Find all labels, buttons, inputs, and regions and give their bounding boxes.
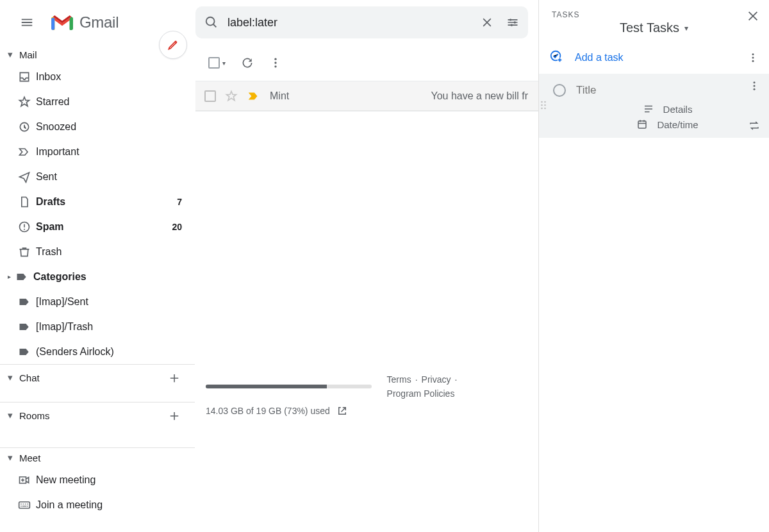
refresh-icon: [241, 56, 254, 69]
svg-point-8: [514, 21, 516, 23]
inbox-icon: [18, 71, 36, 83]
repeat-icon: [748, 120, 760, 131]
search-input[interactable]: [227, 16, 472, 29]
terms-link[interactable]: Terms: [387, 374, 411, 385]
svg-point-12: [274, 65, 276, 67]
search-row: [195, 0, 538, 45]
keyboard-icon: [18, 499, 36, 511]
refresh-button[interactable]: [241, 56, 254, 69]
main-menu-button[interactable]: [14, 10, 40, 35]
sidebar-item--senders-airlock-[interactable]: (Senders Airlock): [4, 339, 195, 364]
rooms-section-header[interactable]: ▾ Rooms ＋: [0, 403, 195, 428]
sidebar-item-spam[interactable]: Spam20: [4, 214, 195, 239]
program-policies-link[interactable]: Program Policies: [387, 388, 455, 399]
privacy-link[interactable]: Privacy: [422, 374, 451, 385]
clear-search-button[interactable]: [481, 16, 493, 29]
chat-section-header[interactable]: ▾ Chat ＋: [0, 365, 195, 390]
app-name: Gmail: [79, 13, 119, 31]
svg-point-10: [274, 58, 276, 60]
main-column: ▾ Mint You have a new bill fr: [195, 0, 538, 532]
important-marker[interactable]: [247, 89, 261, 103]
sidebar-item-label: Spam: [36, 221, 172, 233]
task-datetime-button[interactable]: Date/time: [544, 119, 759, 130]
more-button[interactable]: [269, 56, 282, 69]
search-box[interactable]: [195, 6, 528, 38]
task-title-input[interactable]: [576, 84, 759, 97]
chat-add-button[interactable]: ＋: [165, 369, 183, 387]
clock-icon: [18, 121, 36, 133]
chevron-down-icon: ▾: [222, 60, 226, 67]
mail-row[interactable]: Mint You have a new bill fr: [195, 81, 538, 112]
add-task-row[interactable]: Add a task: [539, 42, 769, 74]
svg-point-22: [541, 108, 543, 110]
tasks-close-button[interactable]: [746, 9, 760, 23]
label-icon: [15, 270, 33, 283]
svg-point-19: [544, 101, 546, 103]
gmail-logo[interactable]: Gmail: [51, 13, 119, 31]
select-all-checkbox[interactable]: ▾: [208, 57, 226, 69]
sidebar-item-sent[interactable]: Sent: [4, 164, 195, 189]
drag-icon: [540, 99, 547, 111]
add-task-icon: [549, 49, 563, 66]
sidebar-item-drafts[interactable]: Drafts7: [4, 189, 195, 214]
tune-icon: [506, 16, 519, 29]
svg-point-15: [752, 53, 754, 55]
svg-point-6: [206, 17, 215, 26]
row-checkbox[interactable]: [204, 90, 216, 102]
svg-point-21: [544, 104, 546, 106]
star-icon: [18, 96, 36, 108]
join-meeting-item[interactable]: Join a meeting: [4, 492, 195, 517]
sidebar-item-inbox[interactable]: Inbox: [4, 64, 195, 89]
sidebar-item-label: Starred: [36, 96, 182, 108]
svg-point-7: [509, 19, 511, 21]
gmail-m-icon: [51, 14, 73, 31]
sidebar-item-starred[interactable]: Starred: [4, 89, 195, 114]
meet-section-header[interactable]: ▾ Meet: [0, 448, 195, 467]
task-complete-toggle[interactable]: [553, 84, 566, 97]
task-repeat-button[interactable]: [748, 120, 760, 131]
task-datetime-label: Date/time: [657, 119, 698, 130]
task-details-label: Details: [663, 104, 693, 115]
sidebar-item-label: [Imap]/Trash: [36, 321, 182, 333]
label-icon: [18, 320, 36, 333]
sidebar-item-label: Trash: [36, 246, 182, 258]
search-options-button[interactable]: [506, 16, 519, 29]
tasks-list-selector[interactable]: Test Tasks ▾: [552, 21, 756, 35]
sidebar-item-label: Categories: [33, 271, 182, 283]
sidebar-item--imap-trash[interactable]: [Imap]/Trash: [4, 314, 195, 339]
add-task-label: Add a task: [575, 52, 624, 63]
sidebar-item--imap-sent[interactable]: [Imap]/Sent: [4, 289, 195, 314]
sidebar-item-important[interactable]: Important: [4, 139, 195, 164]
chevron-down-icon: ▾: [684, 24, 688, 33]
sidebar-item-trash[interactable]: Trash: [4, 239, 195, 264]
more-vert-icon: [747, 52, 759, 63]
sidebar-item-categories[interactable]: ▸Categories: [4, 264, 195, 289]
tasks-more-button[interactable]: [747, 52, 759, 63]
sidebar-item-label: Inbox: [36, 71, 182, 83]
compose-button[interactable]: [159, 31, 187, 59]
rooms-add-button[interactable]: ＋: [165, 406, 183, 424]
svg-point-11: [274, 62, 276, 63]
spam-icon: [18, 220, 36, 233]
tasks-panel: TASKS Test Tasks ▾ Add a task: [538, 0, 769, 532]
svg-point-26: [754, 88, 756, 90]
sidebar-item-snoozed[interactable]: Snoozed: [4, 114, 195, 139]
drag-handle[interactable]: [540, 99, 547, 111]
meet-section-label: Meet: [19, 453, 40, 463]
storage-open-button[interactable]: [336, 405, 348, 417]
svg-point-20: [541, 104, 543, 106]
mail-list: Mint You have a new bill fr: [195, 81, 538, 112]
task-more-button[interactable]: [748, 80, 760, 92]
svg-rect-0: [51, 18, 54, 30]
label-icon: [18, 345, 36, 358]
task-details-button[interactable]: Details: [544, 103, 759, 115]
rooms-section-label: Rooms: [19, 410, 50, 421]
svg-rect-27: [638, 121, 646, 128]
new-meeting-item[interactable]: New meeting: [4, 467, 195, 492]
calendar-icon: [636, 119, 648, 130]
video-plus-icon: [18, 474, 36, 486]
caret-down-icon: ▾: [6, 452, 14, 463]
star-button[interactable]: [225, 90, 238, 103]
tasks-header-small: TASKS: [552, 10, 756, 19]
mail-section-label: Mail: [19, 49, 37, 60]
